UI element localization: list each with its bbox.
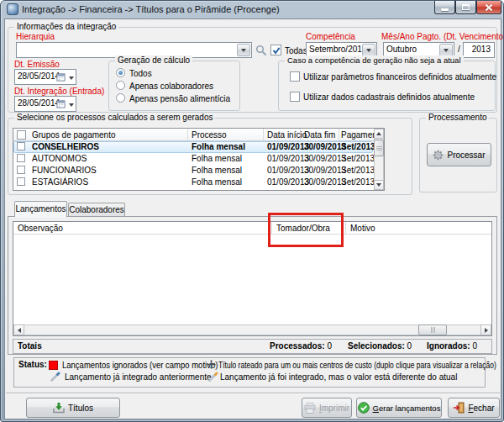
mes-ano-separator: /	[458, 45, 460, 54]
red-square-icon	[49, 361, 58, 370]
lancamentos-list-header	[13, 222, 491, 235]
header-observacao[interactable]: Observação	[18, 224, 63, 233]
row-checkbox[interactable]	[17, 154, 25, 162]
radio-apenas-colaboradores-label: Apenas colaboradores	[129, 82, 213, 91]
app-icon	[7, 3, 18, 15]
radio-todos[interactable]	[116, 68, 125, 77]
cell-inicio: 01/09/2013	[267, 166, 309, 175]
cell-grupo[interactable]: CONSELHEIROS	[32, 142, 99, 151]
scrollbar-thumb[interactable]	[418, 324, 447, 335]
mes-dropdown-button[interactable]	[439, 44, 453, 56]
chevron-down-icon[interactable]	[69, 76, 74, 80]
cell-inicio: 01/09/2013	[267, 142, 309, 151]
scroll-left-button[interactable]	[13, 324, 24, 335]
dt-integracao-datepicker[interactable]: 28/05/2014	[14, 96, 76, 112]
arrow-down-icon	[376, 183, 381, 187]
tab-lancamentos[interactable]: Lançamentos	[14, 201, 67, 217]
row-checkbox[interactable]	[17, 142, 25, 150]
group-processamento-label: Processamento	[426, 113, 489, 122]
gerar-lancamentos-label: Gerar lançamentos	[373, 404, 441, 413]
header-motivo[interactable]: Motivo	[350, 224, 375, 233]
legend-rateado-text: Título rateado para um ou mais centros d…	[218, 361, 496, 370]
fechar-button[interactable]: Fechar	[448, 398, 500, 418]
maximize-icon	[462, 4, 470, 10]
cell-processo: Folha mensal	[192, 177, 242, 187]
todas-checkbox[interactable]	[270, 45, 281, 55]
ignorados-value: 0	[472, 341, 477, 351]
calendar-icon	[56, 99, 66, 108]
gerar-lancamentos-button[interactable]: Gerar lançamentos	[356, 398, 442, 418]
cell-pagamento: Set/2013	[341, 142, 375, 151]
close-button[interactable]	[476, 1, 501, 14]
hierarquia-dropdown-button[interactable]	[237, 44, 250, 56]
tab-colaboradores-label: Colaboradores	[69, 205, 124, 214]
processados-label: Processados:	[270, 341, 325, 351]
cell-inicio: 01/09/2013	[267, 177, 309, 187]
ano-input[interactable]: 2013	[463, 42, 495, 58]
mes-value: Outubro	[386, 45, 417, 54]
search-icon[interactable]	[255, 45, 267, 56]
cell-processo: Folha mensal	[192, 166, 242, 175]
header-data-fim[interactable]: Data fim	[304, 130, 335, 140]
todas-label: Todas	[285, 46, 307, 55]
tab-colaboradores[interactable]: Colaboradores	[68, 203, 125, 217]
column-separator	[263, 129, 264, 141]
dt-integracao-label: Dt. Integração (Entrada)	[14, 87, 104, 96]
imprimir-label: Imprimir	[319, 404, 349, 413]
arrow-right-icon	[485, 328, 488, 333]
ignorados-count: Ignorados: 0	[427, 341, 477, 351]
titulos-label: Títulos	[68, 404, 93, 413]
processar-label: Processar	[447, 150, 485, 160]
dt-emissao-datepicker[interactable]: 28/05/2014	[14, 69, 76, 85]
scrollbar-thumb[interactable]	[374, 140, 384, 156]
column-separator	[339, 129, 339, 141]
group-caso-competencia	[278, 61, 496, 111]
selecionados-value: 0	[407, 341, 412, 351]
selecionados-count: Selecionados: 0	[348, 341, 412, 351]
header-processo[interactable]: Processo	[192, 130, 227, 140]
window-title: Integração -> Financeira -> Títulos para…	[22, 4, 280, 14]
scroll-up-button[interactable]	[374, 129, 384, 139]
totais-label: Totais	[18, 341, 42, 351]
dados-cadastrais-label: Utilizar dados cadastrais definidos atua…	[303, 92, 475, 102]
cell-grupo[interactable]: FUNCIONARIOS	[32, 166, 97, 175]
radio-selected-dot	[118, 71, 123, 75]
close-icon	[485, 3, 493, 12]
arrow-left-icon	[18, 328, 21, 333]
imprimir-button[interactable]: Imprimir	[302, 398, 352, 418]
processar-button[interactable]: Processar	[427, 143, 491, 166]
scroll-right-button[interactable]	[480, 324, 491, 335]
radio-apenas-pensao-label: Apenas pensão alimentícia	[129, 94, 230, 103]
minimize-button[interactable]	[434, 1, 455, 14]
ignorados-label: Ignorados:	[427, 341, 470, 351]
green-check-icon	[358, 402, 370, 414]
dados-cadastrais-checkbox[interactable]	[290, 92, 300, 102]
scroll-down-button[interactable]	[374, 180, 384, 190]
cell-grupo[interactable]: ESTAGIÁRIOS	[32, 177, 88, 187]
titulos-button[interactable]: Títulos	[26, 398, 120, 418]
competencia-dropdown-button[interactable]	[362, 44, 375, 56]
row-checkbox[interactable]	[17, 166, 25, 174]
cell-fim: 30/09/2013	[304, 166, 346, 175]
select-all-checkbox[interactable]	[17, 130, 26, 140]
lancamentos-list	[13, 221, 492, 336]
chevron-down-icon	[444, 49, 449, 52]
parametros-financeiros-checkbox[interactable]	[290, 71, 300, 82]
header-grupos[interactable]: Grupos de pagamento	[32, 130, 116, 140]
row-checkbox[interactable]	[17, 177, 25, 186]
chevron-down-icon[interactable]	[69, 103, 74, 107]
dt-integracao-value: 28/05/2014	[18, 98, 60, 108]
titles-tray-icon	[53, 402, 65, 414]
integrado-clip-icon	[50, 372, 60, 382]
selecionados-label: Selecionados:	[348, 341, 405, 351]
header-data-inicio[interactable]: Data início	[267, 130, 307, 140]
radio-apenas-colaboradores[interactable]	[116, 81, 125, 90]
column-separator	[345, 222, 346, 235]
column-separator	[187, 129, 188, 141]
cell-inicio: 01/09/2013	[267, 154, 309, 163]
cell-grupo[interactable]: AUTONOMOS	[32, 154, 87, 163]
radio-todos-label: Todos	[129, 69, 152, 78]
maximize-button[interactable]	[455, 1, 476, 14]
radio-apenas-pensao[interactable]	[116, 93, 125, 103]
cell-processo: Folha mensal	[192, 142, 245, 151]
